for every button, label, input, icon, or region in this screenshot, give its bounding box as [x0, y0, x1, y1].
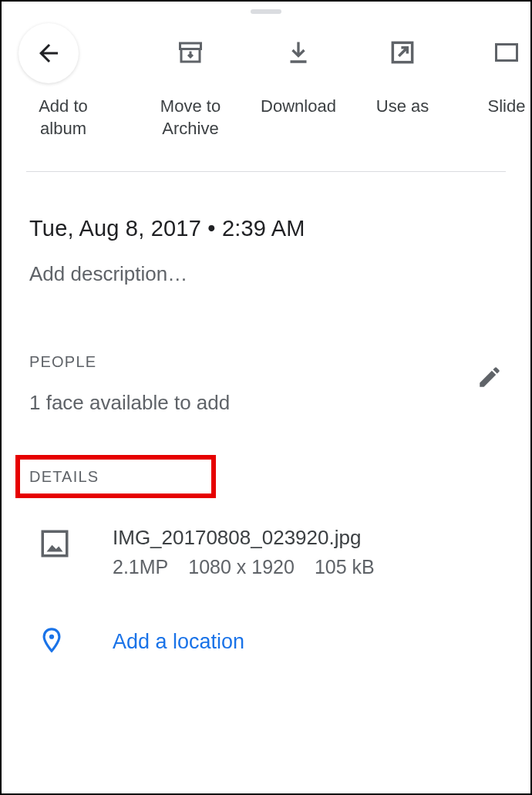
file-details-row: IMG_20170808_023920.jpg 2.1MP 1080 x 192…	[39, 526, 503, 578]
people-section-label: PEOPLE	[29, 353, 96, 371]
file-name: IMG_20170808_023920.jpg	[113, 526, 375, 550]
add-location-label: Add a location	[113, 630, 244, 654]
details-section-label: DETAILS	[29, 468, 99, 486]
back-arrow-icon	[35, 39, 62, 67]
pencil-icon	[476, 364, 503, 390]
edit-people-button[interactable]	[476, 364, 503, 393]
drag-handle[interactable]	[251, 9, 281, 14]
location-pin-icon	[39, 625, 72, 659]
svg-rect-4	[42, 531, 67, 556]
divider	[26, 171, 506, 172]
description-input[interactable]: Add description…	[29, 262, 187, 286]
archive-icon	[177, 34, 204, 71]
use-as-button[interactable]: Use as	[356, 34, 449, 140]
download-icon	[285, 34, 312, 71]
file-size: 105 kB	[315, 556, 375, 578]
details-section-highlight: DETAILS	[15, 455, 216, 498]
action-label: Move to Archive	[160, 96, 221, 140]
download-button[interactable]: Download	[248, 34, 348, 140]
add-location-button[interactable]: Add a location	[39, 625, 503, 659]
action-label: Add to album	[39, 96, 88, 140]
image-file-icon	[39, 527, 72, 563]
file-meta: 2.1MP 1080 x 1920 105 kB	[113, 556, 375, 578]
action-label: Download	[261, 96, 336, 118]
photo-datetime: Tue, Aug 8, 2017 • 2:39 AM	[29, 216, 305, 241]
back-button[interactable]	[19, 23, 79, 83]
file-megapixels: 2.1MP	[113, 556, 168, 578]
people-value: 1 face available to add	[29, 391, 230, 415]
slideshow-button[interactable]: Slide	[464, 34, 532, 140]
action-toolbar: Add to album Move to Archive Download Us…	[2, 34, 530, 140]
action-label: Use as	[376, 96, 429, 118]
action-label: Slide	[488, 96, 526, 118]
use-as-icon	[388, 34, 417, 71]
file-resolution: 1080 x 1920	[188, 556, 295, 578]
move-to-archive-button[interactable]: Move to Archive	[133, 34, 248, 140]
svg-point-5	[49, 635, 54, 639]
svg-rect-3	[497, 45, 517, 61]
slideshow-icon	[493, 34, 520, 71]
